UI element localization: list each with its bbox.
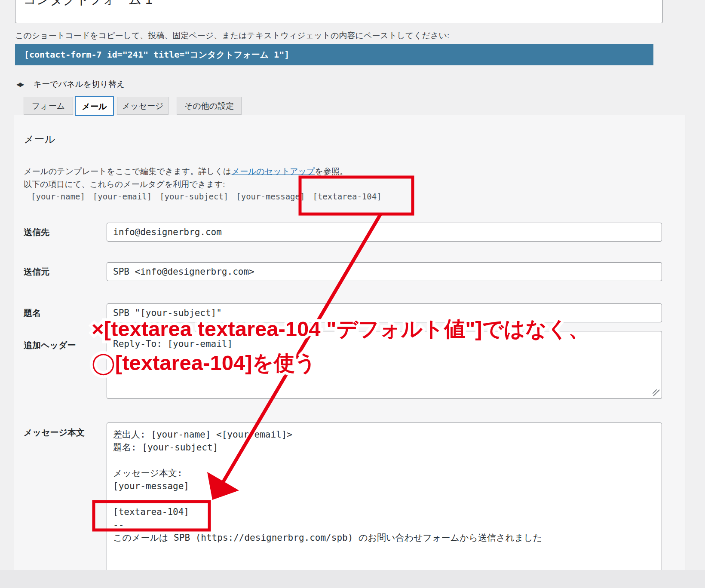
mail-tags-intro: 以下の項目にて、これらのメールタグを利用できます: [24, 179, 225, 190]
tab-messages[interactable]: メッセージ [117, 97, 169, 115]
message-body-label: メッセージ本文 [24, 427, 85, 438]
left-right-arrows-icon: ◀▶ [16, 81, 23, 88]
description-text-post: を参照。 [315, 167, 347, 176]
textarea-resize-grip-icon[interactable] [653, 389, 659, 396]
from-field-input[interactable] [107, 262, 662, 281]
panel-switcher-hint: ◀▶ キーでパネルを切り替え [16, 79, 125, 90]
additional-headers-label: 追加ヘッダー [24, 340, 76, 351]
shortcode-instruction: このショートコードをコピーして、投稿、固定ページ、またはテキストウィジェットの内… [15, 30, 449, 41]
page-bottom-strip [0, 570, 705, 588]
form-title-input[interactable] [15, 0, 663, 23]
panel-switcher-label: キーでパネルを切り替え [34, 79, 125, 90]
message-body-textarea[interactable] [107, 423, 662, 577]
shortcode-code: [contact-form-7 id="241" title="コンタクトフォー… [24, 49, 289, 61]
from-field-label: 送信元 [24, 266, 49, 278]
tab-form[interactable]: フォーム [24, 97, 73, 115]
additional-headers-textarea[interactable] [107, 331, 662, 399]
mail-setup-link[interactable]: メールのセットアップ [231, 167, 315, 176]
mail-tags-list: [your-name][your-email][your-subject][yo… [31, 192, 389, 201]
mail-tag-your-message: [your-message] [236, 192, 305, 201]
subject-field-label: 題名 [24, 307, 41, 319]
to-field-label: 送信先 [24, 227, 49, 238]
mail-tag-your-name: [your-name] [31, 192, 85, 201]
tab-additional-settings[interactable]: その他の設定 [177, 97, 242, 115]
subject-field-input[interactable] [107, 303, 662, 322]
cf7-mail-settings-screen: このショートコードをコピーして、投稿、固定ページ、またはテキストウィジェットの内… [0, 0, 705, 588]
shortcode-box[interactable]: [contact-form-7 id="241" title="コンタクトフォー… [15, 44, 653, 65]
mail-tag-your-subject: [your-subject] [159, 192, 228, 201]
to-field-input[interactable] [107, 223, 662, 242]
mail-tag-textarea-104: [textarea-104] [313, 192, 381, 201]
mail-template-description: メールのテンプレートをここで編集できます。詳しくはメールのセットアップを参照。 [24, 166, 348, 177]
tab-mail[interactable]: メール [75, 96, 114, 116]
mail-tag-your-email: [your-email] [93, 192, 152, 201]
description-text-pre: メールのテンプレートをここで編集できます。詳しくは [24, 167, 231, 176]
mail-panel-heading: メール [24, 132, 55, 146]
